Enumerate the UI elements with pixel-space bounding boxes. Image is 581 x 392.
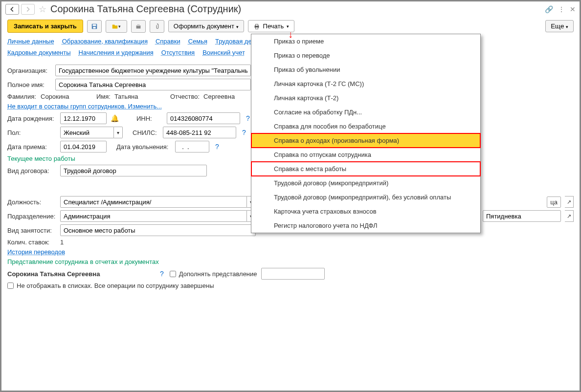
tab-certificates[interactable]: Справки [156,38,180,45]
snils-input[interactable] [163,127,236,138]
surname-value: Сорокина [41,93,94,100]
menu-item[interactable]: Приказ о приеме [251,34,480,48]
menu-item-workplace-certificate[interactable]: Справка с места работы [251,162,480,176]
tab-absence[interactable]: Отсутствия [161,49,195,56]
bell-icon: 🔔 [111,114,119,122]
position-label: Должность: [7,198,56,206]
menu-item[interactable]: Справка для пособия по безработице [251,119,480,133]
fire-input[interactable] [175,141,209,152]
tab-family[interactable]: Семья [188,38,207,45]
fire-label: Дата увольнения: [116,143,171,151]
document-button[interactable]: Оформить документ ▾ [168,20,244,32]
menu-item[interactable]: Личная карточка (Т-2 ГС (МС)) [251,77,480,91]
surname-label: Фамилия: [7,93,39,100]
link-icon[interactable]: 🔗 [545,5,553,13]
inn-input[interactable] [167,112,240,124]
menu-item[interactable]: Согласие на обработку ПДн... [251,105,480,119]
menu-item[interactable]: Личная карточка (Т-2) [251,91,480,105]
org-input[interactable] [55,65,251,76]
contract-input[interactable] [60,165,207,176]
occupation-input[interactable] [60,224,256,236]
occupation-label: Вид занятости: [7,227,56,234]
position-input[interactable] [60,196,247,208]
forward-button[interactable] [21,4,35,15]
birth-label: Дата рождения: [7,115,56,122]
hire-label: Дата приема: [7,143,56,151]
current-place-header: Текущее место работы [7,155,75,162]
help-icon[interactable]: ? [240,129,248,136]
close-icon[interactable]: ✕ [570,5,576,13]
tab-personal[interactable]: Личные данные [7,38,54,45]
svg-rect-2 [93,26,95,28]
menu-item[interactable]: Приказ о переводе [251,48,480,63]
menu-item[interactable]: Карточка учета страховых взносов [251,204,480,218]
sex-label: Пол: [7,129,56,136]
folder-down-button[interactable]: ▾ [106,20,127,33]
menu-item[interactable]: Приказ об увольнении [251,63,480,77]
sex-dropdown-button[interactable]: ▾ [114,127,123,138]
misc-button[interactable] [131,20,146,33]
schedule-open-icon[interactable]: ↗ [565,210,574,222]
groups-link[interactable]: Не входит в составы групп сотрудников. И… [7,103,162,110]
history-link[interactable]: История переводов [7,248,65,256]
svg-rect-7 [255,27,258,29]
svg-rect-6 [255,24,258,26]
tutorial-arrow-icon: ↓ [288,29,293,40]
menu-item[interactable]: Трудовой договор (микропредприятий) [251,176,480,190]
window-title: Сорокина Татьяна Сергеевна (Сотрудник) [50,3,543,15]
representation-header: Представление сотрудника в отчетах и док… [7,258,159,265]
svg-rect-3 [136,25,140,28]
patronymic-label: Отчество: [170,93,200,100]
rates-label: Колич. ставок: [7,239,56,246]
rates-value: 1 [60,239,64,246]
help-icon[interactable]: ? [213,143,221,151]
supplement-checkbox[interactable]: Дополнять представление [170,270,257,278]
name-label: Имя: [96,93,111,100]
favorite-icon[interactable]: ☆ [39,4,46,15]
inn-label: ИНН: [136,115,163,122]
patronymic-value: Сергеевна [203,93,235,100]
contract-label: Вид договора: [7,167,56,174]
menu-item[interactable]: Регистр налогового учета по НДФЛ [251,218,480,233]
partial-text: ца [547,196,561,208]
print-button[interactable]: Печать ▾ [248,20,295,32]
hide-in-lists-checkbox[interactable]: Не отображать в списках. Все операции по… [7,282,214,289]
snils-label: СНИЛС: [133,129,159,136]
save-button[interactable] [87,20,102,33]
tab-hr-docs[interactable]: Кадровые документы [7,49,71,56]
representation-name: Сорокина Татьяна Сергеевна [7,270,154,278]
svg-rect-1 [92,24,96,26]
birth-input[interactable] [60,112,107,124]
sex-input[interactable] [60,127,114,138]
print-menu: Приказ о приеме Приказ о переводе Приказ… [251,34,481,233]
help-icon[interactable]: ? [158,270,166,278]
hire-input[interactable] [60,141,107,152]
department-input[interactable] [60,210,247,222]
tab-education[interactable]: Образование, квалификация [62,38,148,45]
department-label: Подразделение: [7,213,56,220]
name-value: Татьяна [114,93,168,100]
menu-item-income-certificate[interactable]: Справка о доходах (произвольная форма) [251,133,480,148]
supplement-input[interactable] [261,268,325,280]
menu-item[interactable]: Трудовой договор (микропредприятий), без… [251,190,480,204]
tab-military[interactable]: Воинский учет [202,49,245,56]
svg-rect-4 [137,24,139,26]
fullname-input[interactable] [55,79,251,90]
kebab-menu-icon[interactable]: ⋮ [558,5,565,13]
open-icon[interactable]: ↗ [565,196,574,208]
fullname-label: Полное имя: [7,81,51,88]
schedule-input[interactable] [483,210,561,222]
more-button[interactable]: Еще ▾ [545,20,574,32]
attachment-button[interactable] [150,20,164,33]
tab-payroll[interactable]: Начисления и удержания [79,49,154,56]
back-button[interactable] [5,4,19,15]
org-label: Организация: [7,67,51,74]
save-and-close-button[interactable]: Записать и закрыть [7,20,83,33]
menu-item[interactable]: Справка по отпускам сотрудника [251,148,480,162]
